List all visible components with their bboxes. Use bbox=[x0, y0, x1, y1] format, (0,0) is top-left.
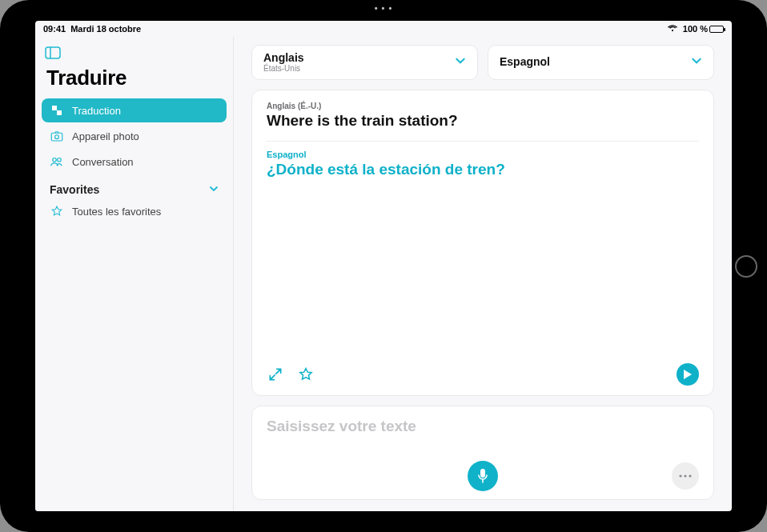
target-language-name: Espagnol bbox=[500, 56, 550, 68]
people-icon bbox=[50, 154, 64, 169]
text-input-card[interactable]: Saisissez votre texte bbox=[251, 406, 714, 500]
sidebar-item-toutes-favorites[interactable]: Toutes les favorites bbox=[42, 199, 227, 223]
target-language-button[interactable]: Espagnol bbox=[488, 45, 714, 80]
sidebar: Traduire Traduction Appareil photo bbox=[35, 37, 234, 511]
expand-icon[interactable] bbox=[267, 366, 284, 383]
sidebar-item-appareil-photo[interactable]: Appareil photo bbox=[42, 124, 227, 148]
source-language-region: États-Unis bbox=[263, 64, 304, 73]
sidebar-item-label: Conversation bbox=[72, 156, 134, 168]
home-button[interactable] bbox=[735, 255, 757, 278]
svg-rect-0 bbox=[46, 47, 60, 58]
svg-point-9 bbox=[684, 474, 686, 477]
translate-icon bbox=[50, 103, 64, 118]
ipad-frame: 09:41 Mardi 18 octobre • • • 100 % Tradu… bbox=[0, 0, 767, 532]
star-icon bbox=[50, 204, 64, 218]
battery-text: 100 % bbox=[683, 24, 708, 34]
app-title: Traduire bbox=[42, 66, 227, 97]
svg-point-4 bbox=[53, 158, 57, 162]
svg-rect-2 bbox=[51, 133, 62, 141]
play-audio-button[interactable] bbox=[677, 363, 699, 386]
more-options-button[interactable] bbox=[672, 462, 699, 490]
target-text: ¿Dónde está la estación de tren? bbox=[267, 161, 699, 178]
source-text[interactable]: Where is the train station? bbox=[267, 112, 699, 142]
status-time: 09:41 bbox=[43, 24, 66, 34]
chevron-down-icon bbox=[209, 183, 219, 196]
screen: 09:41 Mardi 18 octobre • • • 100 % Tradu… bbox=[35, 21, 732, 511]
translation-card: Anglais (É.-U.) Where is the train stati… bbox=[251, 90, 714, 396]
input-placeholder: Saisissez votre texte bbox=[267, 418, 699, 435]
source-language-name: Anglais bbox=[263, 52, 304, 64]
sidebar-item-label: Toutes les favorites bbox=[72, 206, 161, 218]
sidebar-section-label: Favorites bbox=[50, 183, 99, 196]
status-bar: 09:41 Mardi 18 octobre • • • 100 % bbox=[35, 21, 732, 37]
wifi-icon bbox=[667, 23, 678, 34]
source-language-button[interactable]: Anglais États-Unis bbox=[251, 45, 478, 80]
sidebar-item-traduction[interactable]: Traduction bbox=[42, 98, 227, 122]
svg-rect-6 bbox=[480, 469, 485, 478]
svg-point-5 bbox=[58, 158, 62, 162]
source-language-label: Anglais (É.-U.) bbox=[267, 102, 699, 110]
translation-toolbar bbox=[267, 355, 699, 386]
sidebar-toggle-icon[interactable] bbox=[43, 43, 62, 62]
favorite-star-icon[interactable] bbox=[297, 366, 315, 383]
microphone-button[interactable] bbox=[468, 461, 498, 491]
language-selector-row: Anglais États-Unis Espagnol bbox=[251, 45, 714, 80]
battery-indicator: 100 % bbox=[683, 24, 724, 34]
svg-point-3 bbox=[55, 135, 59, 139]
sidebar-section-favorites[interactable]: Favorites bbox=[42, 175, 227, 198]
sidebar-item-label: Appareil photo bbox=[72, 130, 139, 142]
status-date: Mardi 18 octobre bbox=[70, 24, 141, 34]
chevron-down-icon bbox=[691, 55, 702, 70]
chevron-down-icon bbox=[455, 55, 466, 70]
sidebar-item-label: Traduction bbox=[72, 105, 121, 117]
camera-icon bbox=[50, 129, 64, 143]
svg-point-10 bbox=[689, 474, 691, 477]
target-language-label: Espagnol bbox=[267, 150, 699, 159]
main-pane: Anglais États-Unis Espagnol bbox=[234, 37, 732, 511]
sidebar-item-conversation[interactable]: Conversation bbox=[42, 150, 227, 174]
svg-point-8 bbox=[679, 474, 681, 477]
